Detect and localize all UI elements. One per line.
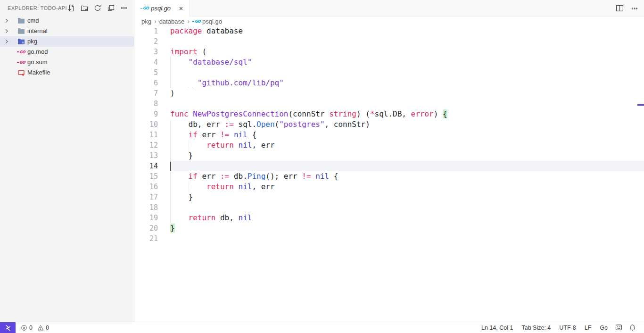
line-number: 20 [134,223,158,233]
code-line-1[interactable]: 1package database [134,26,644,36]
breadcrumb-item-database[interactable]: database [159,18,185,25]
code-line-16[interactable]: 16 return nil, err [134,182,644,192]
line-number: 18 [134,202,158,213]
collapse-folders-icon[interactable] [107,4,115,12]
line-number: 21 [134,233,158,244]
go-file-icon: GO [17,48,25,56]
line-number: 2 [134,36,158,47]
tree-item-go-sum[interactable]: GOgo.sum [0,57,134,67]
code-line-20[interactable]: 20} [134,223,644,233]
new-folder-icon[interactable] [80,4,89,12]
line-content: return db, nil [170,213,644,223]
makefile-icon [17,69,25,76]
more-actions-icon[interactable] [120,4,128,12]
code-line-7[interactable]: 7) [134,88,644,99]
tree-item-internal[interactable]: internal [0,26,134,36]
new-file-icon[interactable] [67,4,75,12]
code-line-15[interactable]: 15 if err := db.Ping(); err != nil { [134,171,644,182]
line-content: package database [170,26,644,36]
tab-label: psql.go [151,5,176,12]
code-line-18[interactable]: 18 [134,202,644,213]
editor-group: GO psql.go × pkg › database › GO psql.go… [134,0,644,322]
problems-status[interactable]: 0 0 [21,325,52,331]
line-content: return nil, err [170,140,644,150]
line-number: 7 [134,88,158,99]
explorer-header: EXPLORER: TODO-API [0,0,134,16]
line-content: } [170,192,644,202]
vscode-window: EXPLORER: TODO-API cmdinternalpk [0,0,644,333]
code-line-13[interactable]: 13 } [134,150,644,161]
error-count: 0 [29,325,33,331]
refresh-icon[interactable] [93,4,102,12]
code-line-10[interactable]: 10 db, err := sql.Open("postgres", connS… [134,119,644,130]
warning-count: 0 [46,325,49,331]
line-number: 5 [134,67,158,78]
chevron-right-icon[interactable] [3,17,10,25]
line-content: func NewPostgresConnection(connStr strin… [170,109,644,119]
tree-item-label: go.mod [27,47,48,57]
line-number: 1 [134,26,158,36]
code-editor[interactable]: 1package database23import (4 "database/s… [134,26,644,322]
line-content: db, err := sql.Open("postgres", connStr) [170,119,644,130]
status-bar: 0 0 Ln 14, Col 1Tab Size: 4UTF-8LFGo [0,322,644,333]
code-line-19[interactable]: 19 return db, nil [134,213,644,223]
code-line-12[interactable]: 12 return nil, err [134,140,644,150]
code-line-8[interactable]: 8 [134,99,644,109]
line-number: 12 [134,140,158,150]
breadcrumb-item-pkg[interactable]: pkg [141,18,151,25]
code-line-3[interactable]: 3import ( [134,47,644,57]
tree-item-label: go.sum [27,57,48,67]
line-number: 19 [134,213,158,223]
breadcrumb: pkg › database › GO psql.go [134,17,644,26]
status-right: Ln 14, Col 1Tab Size: 4UTF-8LFGo [477,324,644,331]
line-number: 4 [134,57,158,67]
tree-item-label: cmd [27,16,39,26]
tree-item-cmd[interactable]: cmd [0,16,134,26]
remote-indicator[interactable] [0,322,16,333]
tree-item-pkg[interactable]: pkg [0,36,134,47]
code-line-11[interactable]: 11 if err != nil { [134,130,644,140]
code-line-6[interactable]: 6 _ "github.com/lib/pq" [134,78,644,88]
line-number: 14 [134,161,158,171]
breadcrumb-separator: › [187,17,190,25]
notifications-bell-icon[interactable] [626,324,639,331]
tab-size-status[interactable]: Tab Size: 4 [517,325,555,331]
encoding-status[interactable]: UTF-8 [555,325,580,331]
tab-bar: GO psql.go × [134,0,644,17]
chevron-right-icon[interactable] [3,27,10,35]
go-file-icon: GO [17,58,25,66]
code-line-17[interactable]: 17 } [134,192,644,202]
editor-more-actions-icon[interactable] [630,4,639,13]
explorer-actions [67,4,128,12]
line-content: _ "github.com/lib/pq" [170,78,644,88]
line-number: 17 [134,192,158,202]
code-line-21[interactable]: 21 [134,233,644,244]
folder-pkg-icon [17,38,25,45]
breadcrumb-item-file[interactable]: psql.go [202,18,222,25]
code-line-14[interactable]: 14 [134,161,644,171]
code-line-4[interactable]: 4 "database/sql" [134,57,644,67]
line-number: 13 [134,150,158,161]
line-content: "database/sql" [170,57,644,67]
split-editor-icon[interactable] [615,4,624,13]
cursor-position-status[interactable]: Ln 14, Col 1 [477,325,517,331]
code-line-5[interactable]: 5 [134,67,644,78]
language-mode-status[interactable]: Go [595,325,612,331]
code-line-9[interactable]: 9func NewPostgresConnection(connStr stri… [134,109,644,119]
tab-psql-go[interactable]: GO psql.go × [134,0,190,17]
line-number: 3 [134,47,158,57]
line-content: } [170,223,644,233]
chevron-right-icon[interactable] [3,38,10,45]
code-line-2[interactable]: 2 [134,36,644,47]
tree-item-Makefile[interactable]: Makefile [0,67,134,78]
line-number: 8 [134,99,158,109]
line-content: return nil, err [170,182,644,192]
tab-close-icon[interactable]: × [176,4,186,13]
tree-item-go-mod[interactable]: GOgo.mod [0,47,134,57]
line-number: 10 [134,119,158,130]
line-content: ) [170,88,644,99]
go-file-icon: GO [192,19,200,24]
text-cursor [170,162,171,171]
eol-status[interactable]: LF [580,325,596,331]
feedback-smiley-icon[interactable] [612,324,626,331]
